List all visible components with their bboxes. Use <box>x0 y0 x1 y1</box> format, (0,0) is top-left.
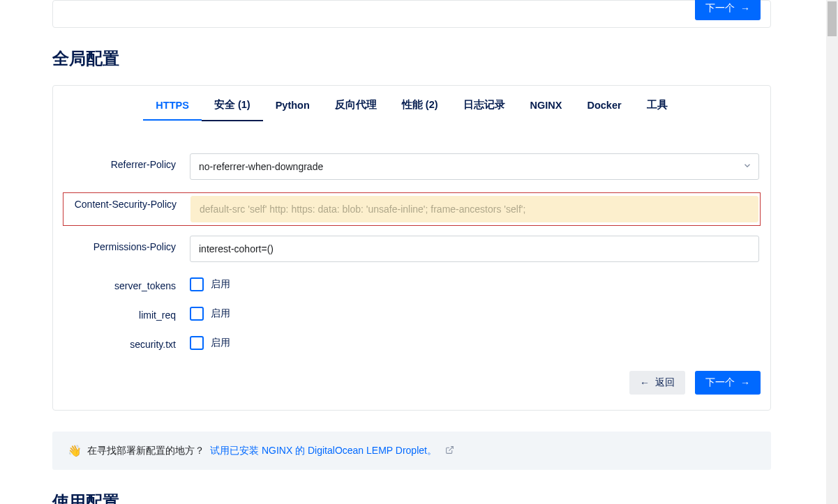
next-button-top-label: 下一个 <box>705 2 735 15</box>
row-security-txt: security.txt 启用 <box>63 333 761 350</box>
label-server-tokens: server_tokens <box>63 275 190 291</box>
checkbox-security-txt[interactable] <box>190 336 204 350</box>
next-button-label: 下一个 <box>705 376 735 389</box>
tab-reverse-proxy[interactable]: 反向代理 <box>322 87 389 123</box>
tab-security-label: 安全 (1) <box>214 99 250 110</box>
tab-tools-label: 工具 <box>647 99 668 110</box>
tab-tools[interactable]: 工具 <box>634 87 680 123</box>
svg-line-0 <box>449 446 453 450</box>
tab-reverse-proxy-label: 反向代理 <box>335 99 377 110</box>
checkbox-limit-req-label: 启用 <box>211 307 230 320</box>
promo-link[interactable]: 试用已安装 NGINX 的 DigitalOcean LEMP Droplet。 <box>210 445 437 457</box>
tab-security[interactable]: 安全 (1) <box>202 87 263 123</box>
next-button[interactable]: 下一个 → <box>695 371 761 395</box>
tab-nginx-label: NGINX <box>530 100 562 111</box>
promo-link-text: 试用已安装 NGINX 的 DigitalOcean LEMP Droplet。 <box>210 445 437 456</box>
checkbox-server-tokens[interactable] <box>190 277 204 291</box>
next-button-top[interactable]: 下一个 → <box>695 0 761 20</box>
wave-emoji-icon: 👋 <box>68 444 82 457</box>
tab-logging[interactable]: 日志记录 <box>451 87 518 123</box>
section-title-global-config: 全局配置 <box>52 47 771 70</box>
form-area: Referrer-Policy Content-Security-Policy <box>53 124 770 367</box>
label-limit-req: limit_req <box>63 304 190 321</box>
label-security-txt: security.txt <box>63 333 190 350</box>
row-content-security-policy: Content-Security-Policy <box>63 192 761 226</box>
external-link-icon <box>445 445 454 457</box>
scrollbar-thumb[interactable] <box>828 1 837 36</box>
label-content-security-policy: Content-Security-Policy <box>63 196 190 211</box>
tabs-bar: HTTPS 安全 (1) Python 反向代理 性能 (2) 日志记录 NGI… <box>53 86 770 124</box>
promo-text: 在寻找部署新配置的地方？ <box>87 445 204 457</box>
arrow-right-icon: → <box>740 377 750 388</box>
tab-python-label: Python <box>276 100 310 111</box>
previous-section-card: 下一个 → <box>52 0 771 28</box>
tab-https-label: HTTPS <box>156 100 189 111</box>
tab-docker[interactable]: Docker <box>574 89 634 122</box>
card-footer: ← 返回 下一个 → <box>53 367 770 410</box>
row-permissions-policy: Permissions-Policy <box>63 236 761 262</box>
checkbox-server-tokens-label: 启用 <box>211 278 230 291</box>
tab-performance-label: 性能 (2) <box>402 99 438 110</box>
section-title-usage: 使用配置 <box>52 491 771 504</box>
tab-docker-label: Docker <box>587 100 621 111</box>
tab-nginx[interactable]: NGINX <box>518 89 575 122</box>
arrow-left-icon: ← <box>640 377 650 388</box>
select-referrer-policy[interactable] <box>190 153 759 180</box>
global-config-card: HTTPS 安全 (1) Python 反向代理 性能 (2) 日志记录 NGI… <box>52 85 771 411</box>
checkbox-security-txt-label: 启用 <box>211 337 230 349</box>
row-limit-req: limit_req 启用 <box>63 304 761 321</box>
back-button[interactable]: ← 返回 <box>629 371 685 395</box>
tab-python[interactable]: Python <box>263 89 322 122</box>
scrollbar-track[interactable] <box>826 0 838 504</box>
back-button-label: 返回 <box>655 376 675 389</box>
label-referrer-policy: Referrer-Policy <box>63 153 190 170</box>
row-server-tokens: server_tokens 启用 <box>63 275 761 291</box>
arrow-right-icon: → <box>740 3 750 14</box>
input-content-security-policy[interactable] <box>190 196 758 222</box>
promo-bar: 👋 在寻找部署新配置的地方？ 试用已安装 NGINX 的 DigitalOcea… <box>52 432 771 470</box>
checkbox-limit-req[interactable] <box>190 307 204 321</box>
label-permissions-policy: Permissions-Policy <box>63 236 190 252</box>
tab-performance[interactable]: 性能 (2) <box>389 87 451 123</box>
row-referrer-policy: Referrer-Policy <box>63 153 761 180</box>
tab-https[interactable]: HTTPS <box>143 89 202 122</box>
tab-logging-label: 日志记录 <box>463 99 505 110</box>
input-permissions-policy[interactable] <box>190 236 759 262</box>
